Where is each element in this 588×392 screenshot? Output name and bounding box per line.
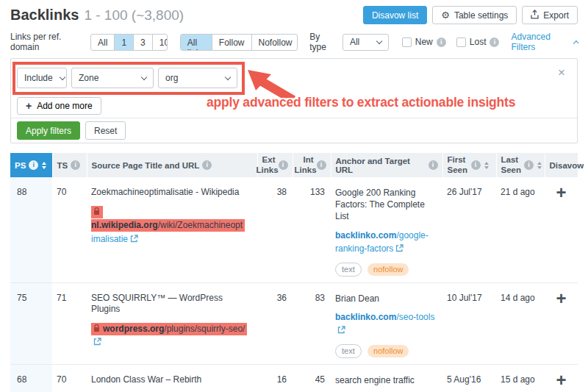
anchor-text: search engine traffic xyxy=(335,374,438,386)
source-path: /plugins/squirrly-seo/ xyxy=(164,324,245,334)
chevron-down-icon xyxy=(59,74,65,79)
segment-option-1[interactable]: 1 xyxy=(114,35,133,50)
by-type-select[interactable]: All xyxy=(343,34,389,51)
external-link-icon xyxy=(337,326,345,334)
table-row: 75 71 SEO SQUIRRLY™ — WordPress Plugins … xyxy=(10,282,578,364)
last-seen-value: 15 d ago xyxy=(496,364,545,392)
column-header-last-seen[interactable]: Last Seen i xyxy=(496,153,545,177)
ps-header-label: PS xyxy=(15,161,26,170)
info-icon: i xyxy=(437,38,446,47)
filter-value-select[interactable]: org xyxy=(158,68,237,88)
first-seen-value: 26 Jul'17 xyxy=(442,177,496,282)
text-badge: text xyxy=(335,344,362,358)
info-icon[interactable]: i xyxy=(29,160,38,170)
info-icon[interactable]: i xyxy=(429,160,438,170)
info-icon[interactable]: i xyxy=(471,160,481,170)
apply-filters-button[interactable]: Apply filters xyxy=(17,121,80,140)
table-settings-button[interactable]: ⚙ Table settings xyxy=(432,6,517,24)
result-range: 1 - 100 (~3,800) xyxy=(84,7,184,24)
new-checkbox-group[interactable]: New i xyxy=(402,37,446,47)
info-icon[interactable]: i xyxy=(202,160,212,170)
column-header-ps[interactable]: PS i xyxy=(10,153,52,177)
disavow-cell: + xyxy=(545,364,578,392)
link-badges: text nofollow xyxy=(335,263,438,277)
anchor-header-label: Anchor and Target URL xyxy=(336,157,426,174)
apply-filters-label: Apply filters xyxy=(26,126,71,136)
by-type-label: By type xyxy=(309,32,336,52)
export-button[interactable]: Export xyxy=(522,6,578,24)
backlinks-report-page: Backlinks 1 - 100 (~3,800) Disavow list … xyxy=(0,0,588,392)
segment-option-10[interactable]: 10 xyxy=(152,35,168,50)
column-header-ts[interactable]: TS i xyxy=(52,153,87,177)
links-per-domain-segment: All 1 3 10 xyxy=(90,34,168,51)
ts-value: 71 xyxy=(52,282,87,364)
add-one-more-button[interactable]: + Add one more xyxy=(17,97,101,115)
external-link-icon xyxy=(130,235,138,243)
segment-option-nofollow[interactable]: Nofollow xyxy=(251,35,298,50)
disavow-add-icon[interactable]: + xyxy=(556,187,566,199)
source-url-link[interactable]: wordpress.org/plugins/squirrly-seo/ xyxy=(91,322,253,349)
filter-field-value: Zone xyxy=(79,73,98,83)
filter-operator-select[interactable]: Include xyxy=(17,68,67,88)
ts-header-label: TS xyxy=(57,161,68,170)
ext-links-header-label: Ext Links xyxy=(257,155,276,174)
nofollow-badge: nofollow xyxy=(368,345,409,357)
advanced-filters-toggle[interactable]: Advanced Filters xyxy=(511,32,578,52)
disavow-add-icon[interactable]: + xyxy=(556,374,566,387)
filter-field-select[interactable]: Zone xyxy=(71,68,154,88)
target-url-link[interactable]: backlinko.com/google-ranking-factors xyxy=(335,229,438,255)
info-icon[interactable]: i xyxy=(317,160,326,170)
info-icon[interactable]: i xyxy=(524,160,534,170)
column-header-disavow: Disavow xyxy=(545,153,578,177)
disavow-cell: + xyxy=(545,282,578,364)
lock-icon xyxy=(93,207,100,215)
text-badge: text xyxy=(335,263,362,277)
source-domain: wordpress.org xyxy=(103,324,164,334)
plus-icon: + xyxy=(26,101,32,111)
close-icon[interactable]: × xyxy=(558,66,565,79)
column-header-int-links[interactable]: Int Links i xyxy=(293,153,331,177)
column-header-ext-links[interactable]: Ext Links i xyxy=(257,153,293,177)
reset-button[interactable]: Reset xyxy=(85,121,126,140)
lost-label: Lost xyxy=(470,37,487,47)
last-seen-value: 21 d ago xyxy=(496,177,545,282)
new-checkbox[interactable] xyxy=(402,38,412,47)
first-seen-header-label: First Seen xyxy=(448,155,468,174)
disavow-add-icon[interactable]: + xyxy=(556,293,566,305)
target-url-link[interactable]: backlinko.com/seo-tools xyxy=(335,310,438,337)
anchor-cell: Google 200 Ranking Factors: The Complete… xyxy=(331,177,442,282)
ts-value: 70 xyxy=(52,364,87,392)
anchor-cell: Brian Dean backlinko.com/seo-tools text … xyxy=(331,282,442,364)
int-links-value: 83 xyxy=(293,282,331,364)
int-links-header-label: Int Links xyxy=(295,155,314,174)
chevron-down-icon xyxy=(376,38,382,43)
advanced-filters-label: Advanced Filters xyxy=(511,32,569,52)
info-icon[interactable]: i xyxy=(279,160,288,170)
annotation-text: apply advanced filters to extract action… xyxy=(207,95,581,110)
column-header-anchor[interactable]: Anchor and Target URL i xyxy=(331,153,442,177)
segment-option-3[interactable]: 3 xyxy=(133,35,152,50)
lost-checkbox[interactable] xyxy=(456,38,466,47)
source-page-title: Zoekmachineoptimalisatie - Wikipedia xyxy=(91,187,253,199)
segment-option-all[interactable]: All xyxy=(91,35,114,50)
links-per-domain-label: Links per ref. domain xyxy=(10,32,84,52)
source-url-link[interactable]: nl.wikipedia.org/wiki/Zoekmachineopt ima… xyxy=(91,205,253,246)
sort-icon[interactable] xyxy=(42,162,46,169)
disavow-list-button[interactable]: Disavow list xyxy=(363,6,427,24)
reset-label: Reset xyxy=(94,126,117,136)
column-header-source[interactable]: Source Page Title and URL i xyxy=(87,153,257,177)
advanced-filters-row-area: Include Zone org × + Add one more xyxy=(11,59,577,118)
ps-value: 68 xyxy=(10,364,52,392)
segment-option-follow[interactable]: Follow xyxy=(212,35,251,50)
last-seen-value: 14 d ago xyxy=(496,282,545,364)
segment-option-all-links[interactable]: All links xyxy=(181,35,212,50)
column-header-first-seen[interactable]: First Seen i xyxy=(442,153,496,177)
sort-icon[interactable] xyxy=(484,162,489,169)
source-url-wrap: imalisatie xyxy=(91,234,128,244)
lost-checkbox-group[interactable]: Lost i xyxy=(456,37,500,47)
ps-value: 75 xyxy=(10,282,52,364)
source-path: /wiki/Zoekmachineopt xyxy=(158,220,243,230)
info-icon[interactable]: i xyxy=(71,160,80,170)
sort-icon[interactable] xyxy=(537,162,542,169)
anchor-cell: search engine traffic backlinko.com/seo-… xyxy=(331,364,442,392)
